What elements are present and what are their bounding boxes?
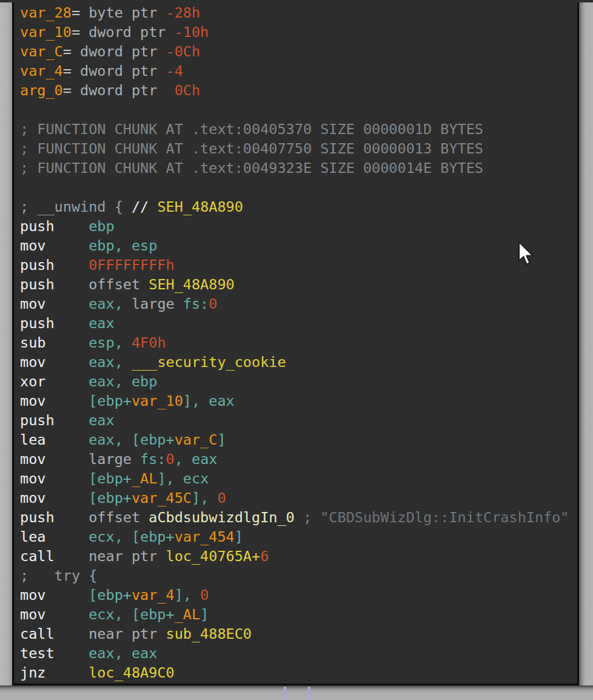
disassembly-node[interactable]: var_28= byte ptr -28hvar_10= dword ptr -… (12, 0, 579, 686)
code-line[interactable]: ; FUNCTION CHUNK AT .text:00407750 SIZE … (20, 139, 577, 158)
code-line[interactable]: mov large fs:0, eax (20, 449, 577, 469)
code-line[interactable]: var_10= dword ptr -10h (20, 22, 577, 42)
code-line[interactable]: mov ebp, esp (20, 236, 577, 255)
code-line[interactable]: ; FUNCTION CHUNK AT .text:00405370 SIZE … (20, 119, 577, 139)
code-line[interactable]: xor eax, ebp (20, 372, 577, 391)
code-line[interactable]: mov [ebp+_AL], ecx (20, 469, 577, 488)
code-line[interactable]: push eax (20, 314, 577, 333)
code-line[interactable]: push eax (20, 411, 577, 430)
code-line[interactable]: ; __unwind { // SEH_48A890 (20, 197, 577, 217)
code-line[interactable]: sub esp, 4F0h (20, 333, 577, 352)
graph-canvas-bottom (0, 685, 593, 700)
graph-edge (308, 687, 310, 700)
window-top-border (0, 0, 593, 2)
code-line[interactable]: ; try { (20, 566, 577, 585)
code-line[interactable]: mov eax, ___security_cookie (20, 352, 577, 372)
code-line[interactable]: call near ptr loc_40765A+6 (20, 547, 577, 566)
code-line[interactable]: push offset SEH_48A890 (20, 275, 577, 294)
code-line[interactable]: mov ecx, [ebp+_AL] (20, 605, 577, 624)
code-line[interactable]: jnz loc_48A9C0 (20, 663, 577, 682)
code-line[interactable] (20, 178, 577, 197)
code-line[interactable]: mov [ebp+var_10], eax (20, 391, 577, 411)
code-line[interactable]: mov [ebp+var_45C], 0 (20, 488, 577, 508)
code-line[interactable]: push 0FFFFFFFFh (20, 255, 577, 275)
code-line[interactable]: lea eax, [ebp+var_C] (20, 430, 577, 449)
code-line[interactable]: mov eax, large fs:0 (20, 294, 577, 314)
code-line[interactable]: call near ptr sub_488EC0 (20, 624, 577, 644)
code-line[interactable]: push offset aCbdsubwizdlgIn_0 ; "CBDSubW… (20, 508, 577, 527)
code-line[interactable]: lea ecx, [ebp+var_454] (20, 527, 577, 547)
code-line[interactable]: test eax, eax (20, 644, 577, 663)
disassembly-listing[interactable]: var_28= byte ptr -28hvar_10= dword ptr -… (14, 0, 577, 682)
code-line[interactable]: mov [ebp+var_4], 0 (20, 585, 577, 605)
code-line[interactable]: arg_0= dword ptr 0Ch (20, 81, 577, 100)
code-line[interactable]: push ebp (20, 217, 577, 236)
code-line[interactable]: var_28= byte ptr -28h (20, 3, 577, 22)
code-line[interactable] (20, 100, 577, 119)
code-line[interactable]: var_4= dword ptr -4 (20, 61, 577, 81)
code-line[interactable]: var_C= dword ptr -0Ch (20, 42, 577, 61)
canvas-gutter-right (579, 0, 593, 700)
code-line[interactable]: ; FUNCTION CHUNK AT .text:0049323E SIZE … (20, 158, 577, 178)
graph-edge (284, 687, 286, 700)
canvas-gutter-left (0, 0, 12, 700)
